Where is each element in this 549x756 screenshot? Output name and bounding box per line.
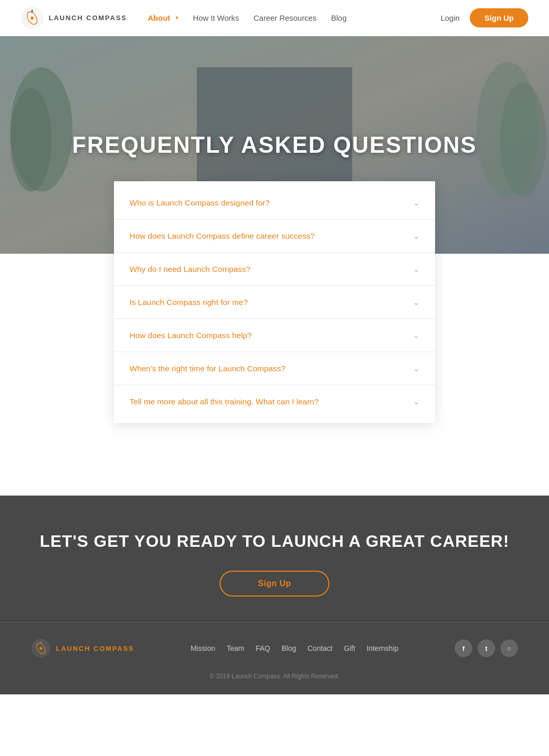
footer-logo-icon xyxy=(31,638,51,658)
footer-link-gift[interactable]: Gift xyxy=(344,644,355,652)
faq-card: Who is Launch Compass designed for? ⌄ Ho… xyxy=(114,181,435,423)
footer-link-contact[interactable]: Contact xyxy=(308,644,333,652)
footer-cta-title: LET'S GET YOU READY TO LAUNCH A GREAT CA… xyxy=(21,532,528,551)
faq-item-5[interactable]: How does Launch Compass help? ⌄ xyxy=(114,319,435,352)
footer-logo-area[interactable]: LAUNCH COMPASS xyxy=(31,638,134,658)
footer-links: Mission Team FAQ Blog Contact Gift Inter… xyxy=(191,644,398,652)
logo-text: LAUNCH COMPASS xyxy=(49,14,127,22)
svg-point-3 xyxy=(31,17,34,20)
faq-item-4[interactable]: Is Launch Compass right for me? ⌄ xyxy=(114,286,435,319)
faq-item-1[interactable]: Who is Launch Compass designed for? ⌄ xyxy=(114,186,435,220)
twitter-icon[interactable]: t xyxy=(478,639,495,657)
footer-logo-text: LAUNCH COMPASS xyxy=(56,645,134,652)
nav-right: Login Sign Up xyxy=(441,8,528,27)
faq-question-5: How does Launch Compass help? xyxy=(129,331,252,340)
instagram-icon[interactable]: ○ xyxy=(500,639,518,657)
faq-chevron-6: ⌄ xyxy=(413,364,420,373)
nav-link-career-resources[interactable]: Career Resources xyxy=(254,13,317,22)
footer-nav: LAUNCH COMPASS Mission Team FAQ Blog Con… xyxy=(0,622,549,668)
footer-signup-button[interactable]: Sign Up xyxy=(220,571,329,597)
nav-link-blog[interactable]: Blog xyxy=(331,13,346,22)
about-chevron-icon: ▾ xyxy=(176,14,179,21)
faq-chevron-3: ⌄ xyxy=(413,264,420,274)
faq-item-2[interactable]: How does Launch Compass define career su… xyxy=(114,220,435,253)
logo-area[interactable]: LAUNCH COMPASS xyxy=(21,7,127,30)
bottom-white-space xyxy=(0,694,549,756)
white-spacer xyxy=(0,464,549,496)
faq-question-1: Who is Launch Compass designed for? xyxy=(129,198,270,208)
faq-question-3: Why do I need Launch Compass? xyxy=(129,265,251,274)
nav-link-about[interactable]: About xyxy=(148,13,170,22)
faq-item-7[interactable]: Tell me more about all this training. Wh… xyxy=(114,385,435,418)
footer-link-internship[interactable]: Internship xyxy=(367,644,398,652)
footer-link-mission[interactable]: Mission xyxy=(191,644,215,652)
login-button[interactable]: Login xyxy=(441,13,460,22)
footer-link-team[interactable]: Team xyxy=(226,644,244,652)
footer-link-blog[interactable]: Blog xyxy=(282,644,296,652)
faq-chevron-5: ⌄ xyxy=(413,330,420,340)
navbar: LAUNCH COMPASS About ▾ How It Works Care… xyxy=(0,0,549,36)
nav-links: About ▾ How It Works Career Resources Bl… xyxy=(148,13,440,22)
svg-point-15 xyxy=(39,647,42,649)
footer-link-faq[interactable]: FAQ xyxy=(256,644,270,652)
signup-button[interactable]: Sign Up xyxy=(470,8,528,27)
footer-copyright: © 2019 Launch Compass. All Rights Reserv… xyxy=(0,668,549,694)
faq-item-3[interactable]: Why do I need Launch Compass? ⌄ xyxy=(114,253,435,286)
faq-chevron-7: ⌄ xyxy=(413,397,420,406)
faq-question-6: When's the right time for Launch Compass… xyxy=(129,364,285,373)
faq-question-2: How does Launch Compass define career su… xyxy=(129,231,315,241)
faq-chevron-4: ⌄ xyxy=(413,297,420,307)
faq-chevron-2: ⌄ xyxy=(413,231,420,241)
footer-socials: f t ○ xyxy=(455,639,518,657)
facebook-icon[interactable]: f xyxy=(455,639,472,657)
nav-link-how-it-works[interactable]: How It Works xyxy=(193,13,239,22)
faq-question-7: Tell me more about all this training. Wh… xyxy=(129,397,319,406)
faq-item-6[interactable]: When's the right time for Launch Compass… xyxy=(114,352,435,385)
faq-question-4: Is Launch Compass right for me? xyxy=(129,298,248,307)
faq-chevron-1: ⌄ xyxy=(413,198,420,208)
footer-cta-section: LET'S GET YOU READY TO LAUNCH A GREAT CA… xyxy=(0,496,549,622)
logo-icon xyxy=(21,7,44,30)
hero-title: FREQUENTLY ASKED QUESTIONS xyxy=(72,132,476,158)
copyright-text: © 2019 Launch Compass. All Rights Reserv… xyxy=(210,673,339,680)
faq-outer: Who is Launch Compass designed for? ⌄ Ho… xyxy=(0,181,549,464)
